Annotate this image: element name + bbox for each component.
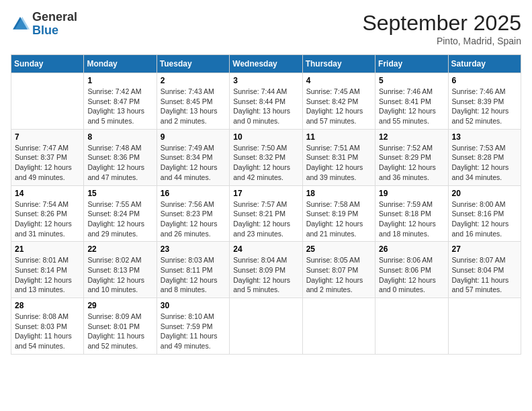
day-info: Sunrise: 7:51 AM Sunset: 8:31 PM Dayligh… xyxy=(306,143,371,183)
day-number: 23 xyxy=(161,244,226,254)
day-number: 10 xyxy=(233,132,298,142)
day-info: Sunrise: 8:00 AM Sunset: 8:16 PM Dayligh… xyxy=(452,199,517,239)
day-info: Sunrise: 8:07 AM Sunset: 8:04 PM Dayligh… xyxy=(452,255,517,295)
day-number: 17 xyxy=(233,189,298,198)
calendar-day: 10Sunrise: 7:50 AM Sunset: 8:32 PM Dayli… xyxy=(230,129,302,185)
day-number: 14 xyxy=(15,189,80,198)
calendar-day: 7Sunrise: 7:47 AM Sunset: 8:37 PM Daylig… xyxy=(11,129,84,185)
calendar-day: 20Sunrise: 8:00 AM Sunset: 8:16 PM Dayli… xyxy=(448,185,521,242)
calendar-day: 22Sunrise: 8:02 AM Sunset: 8:13 PM Dayli… xyxy=(84,242,157,298)
calendar-day xyxy=(302,298,375,355)
day-info: Sunrise: 7:52 AM Sunset: 8:29 PM Dayligh… xyxy=(379,143,444,183)
day-number: 28 xyxy=(15,301,80,310)
day-info: Sunrise: 8:02 AM Sunset: 8:13 PM Dayligh… xyxy=(87,255,152,295)
day-info: Sunrise: 7:48 AM Sunset: 8:36 PM Dayligh… xyxy=(87,143,152,183)
calendar-day: 15Sunrise: 7:55 AM Sunset: 8:24 PM Dayli… xyxy=(84,185,157,242)
day-number: 21 xyxy=(15,244,80,254)
day-number: 6 xyxy=(452,76,517,85)
day-number: 8 xyxy=(87,132,152,142)
weekday-header-sunday: Sunday xyxy=(11,55,84,73)
day-info: Sunrise: 8:06 AM Sunset: 8:06 PM Dayligh… xyxy=(379,255,444,295)
weekday-header-monday: Monday xyxy=(84,55,157,73)
calendar-day: 16Sunrise: 7:56 AM Sunset: 8:23 PM Dayli… xyxy=(157,185,229,242)
location-text: Pinto, Madrid, Spain xyxy=(362,36,521,46)
page-header: General Blue September 2025 Pinto, Madri… xyxy=(11,11,521,46)
day-info: Sunrise: 7:54 AM Sunset: 8:26 PM Dayligh… xyxy=(15,199,80,239)
calendar-day: 2Sunrise: 7:43 AM Sunset: 8:45 PM Daylig… xyxy=(157,73,229,130)
calendar-day: 28Sunrise: 8:08 AM Sunset: 8:03 PM Dayli… xyxy=(11,298,84,355)
weekday-header-thursday: Thursday xyxy=(302,55,375,73)
day-info: Sunrise: 8:01 AM Sunset: 8:14 PM Dayligh… xyxy=(15,255,80,295)
day-info: Sunrise: 7:57 AM Sunset: 8:21 PM Dayligh… xyxy=(233,199,298,239)
day-info: Sunrise: 7:46 AM Sunset: 8:41 PM Dayligh… xyxy=(379,87,444,126)
calendar-day xyxy=(230,298,302,355)
month-title: September 2025 xyxy=(362,11,521,36)
day-number: 13 xyxy=(452,132,517,142)
calendar-day: 24Sunrise: 8:04 AM Sunset: 8:09 PM Dayli… xyxy=(230,242,302,298)
day-number: 19 xyxy=(379,189,444,198)
day-info: Sunrise: 7:42 AM Sunset: 8:47 PM Dayligh… xyxy=(87,87,152,126)
calendar-table: SundayMondayTuesdayWednesdayThursdayFrid… xyxy=(11,54,521,355)
day-info: Sunrise: 7:46 AM Sunset: 8:39 PM Dayligh… xyxy=(452,87,517,126)
logo-icon xyxy=(11,15,30,34)
calendar-day: 23Sunrise: 8:03 AM Sunset: 8:11 PM Dayli… xyxy=(157,242,229,298)
day-number: 15 xyxy=(87,189,152,198)
day-number: 20 xyxy=(452,189,517,198)
day-info: Sunrise: 7:59 AM Sunset: 8:18 PM Dayligh… xyxy=(379,199,444,239)
day-info: Sunrise: 7:44 AM Sunset: 8:44 PM Dayligh… xyxy=(233,87,298,126)
calendar-day xyxy=(11,73,84,130)
calendar-day: 1Sunrise: 7:42 AM Sunset: 8:47 PM Daylig… xyxy=(84,73,157,130)
calendar-day: 29Sunrise: 8:09 AM Sunset: 8:01 PM Dayli… xyxy=(84,298,157,355)
day-info: Sunrise: 7:47 AM Sunset: 8:37 PM Dayligh… xyxy=(15,143,80,183)
calendar-day xyxy=(448,298,521,355)
day-info: Sunrise: 8:08 AM Sunset: 8:03 PM Dayligh… xyxy=(15,312,80,351)
logo-blue-text: Blue xyxy=(32,24,58,37)
day-number: 25 xyxy=(306,244,371,254)
day-number: 27 xyxy=(452,244,517,254)
calendar-day: 9Sunrise: 7:49 AM Sunset: 8:34 PM Daylig… xyxy=(157,129,229,185)
calendar-day: 3Sunrise: 7:44 AM Sunset: 8:44 PM Daylig… xyxy=(230,73,302,130)
day-number: 29 xyxy=(87,301,152,310)
logo: General Blue xyxy=(11,11,77,38)
calendar-week-5: 28Sunrise: 8:08 AM Sunset: 8:03 PM Dayli… xyxy=(11,298,521,355)
day-number: 11 xyxy=(306,132,371,142)
day-info: Sunrise: 7:58 AM Sunset: 8:19 PM Dayligh… xyxy=(306,199,371,239)
day-number: 3 xyxy=(233,76,298,85)
calendar-day: 4Sunrise: 7:45 AM Sunset: 8:42 PM Daylig… xyxy=(302,73,375,130)
calendar-week-2: 7Sunrise: 7:47 AM Sunset: 8:37 PM Daylig… xyxy=(11,129,521,185)
calendar-day: 14Sunrise: 7:54 AM Sunset: 8:26 PM Dayli… xyxy=(11,185,84,242)
day-number: 9 xyxy=(161,132,226,142)
calendar-day: 30Sunrise: 8:10 AM Sunset: 7:59 PM Dayli… xyxy=(157,298,229,355)
calendar-week-4: 21Sunrise: 8:01 AM Sunset: 8:14 PM Dayli… xyxy=(11,242,521,298)
day-info: Sunrise: 7:43 AM Sunset: 8:45 PM Dayligh… xyxy=(161,87,226,126)
day-info: Sunrise: 8:09 AM Sunset: 8:01 PM Dayligh… xyxy=(87,312,152,351)
day-number: 18 xyxy=(306,189,371,198)
day-number: 12 xyxy=(379,132,444,142)
logo-general-text: General xyxy=(32,10,77,24)
calendar-day: 18Sunrise: 7:58 AM Sunset: 8:19 PM Dayli… xyxy=(302,185,375,242)
day-number: 7 xyxy=(15,132,80,142)
calendar-day: 27Sunrise: 8:07 AM Sunset: 8:04 PM Dayli… xyxy=(448,242,521,298)
calendar-day: 12Sunrise: 7:52 AM Sunset: 8:29 PM Dayli… xyxy=(375,129,448,185)
day-info: Sunrise: 7:56 AM Sunset: 8:23 PM Dayligh… xyxy=(161,199,226,239)
day-number: 16 xyxy=(161,189,226,198)
day-number: 30 xyxy=(161,301,226,310)
weekday-header-tuesday: Tuesday xyxy=(157,55,229,73)
day-number: 2 xyxy=(161,76,226,85)
day-number: 5 xyxy=(379,76,444,85)
calendar-day xyxy=(375,298,448,355)
day-number: 26 xyxy=(379,244,444,254)
day-info: Sunrise: 7:50 AM Sunset: 8:32 PM Dayligh… xyxy=(233,143,298,183)
day-number: 4 xyxy=(306,76,371,85)
calendar-day: 26Sunrise: 8:06 AM Sunset: 8:06 PM Dayli… xyxy=(375,242,448,298)
day-info: Sunrise: 7:45 AM Sunset: 8:42 PM Dayligh… xyxy=(306,87,371,126)
calendar-week-1: 1Sunrise: 7:42 AM Sunset: 8:47 PM Daylig… xyxy=(11,73,521,130)
day-number: 22 xyxy=(87,244,152,254)
title-block: September 2025 Pinto, Madrid, Spain xyxy=(362,11,521,46)
calendar-day: 13Sunrise: 7:53 AM Sunset: 8:28 PM Dayli… xyxy=(448,129,521,185)
calendar-day: 25Sunrise: 8:05 AM Sunset: 8:07 PM Dayli… xyxy=(302,242,375,298)
day-info: Sunrise: 8:10 AM Sunset: 7:59 PM Dayligh… xyxy=(161,312,226,351)
calendar-week-3: 14Sunrise: 7:54 AM Sunset: 8:26 PM Dayli… xyxy=(11,185,521,242)
calendar-header-row: SundayMondayTuesdayWednesdayThursdayFrid… xyxy=(11,55,521,73)
day-number: 24 xyxy=(233,244,298,254)
